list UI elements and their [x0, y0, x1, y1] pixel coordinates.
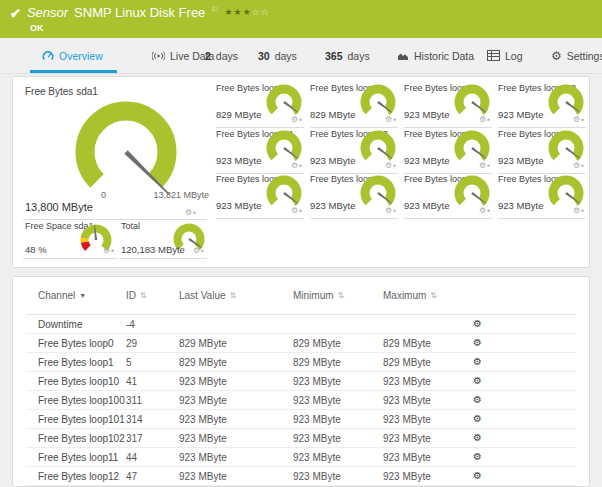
- cell-id: 41: [126, 376, 179, 387]
- tab-settings[interactable]: ⚙ Settings: [551, 38, 602, 73]
- divider: [310, 127, 398, 128]
- cell-minimum: 923 MByte: [293, 395, 383, 406]
- channel-settings-icon[interactable]: ⚙: [473, 319, 576, 329]
- cell-maximum: 829 MByte: [383, 338, 473, 349]
- tab-2-days[interactable]: 2 days: [205, 38, 238, 73]
- gauge-cell-loop102[interactable]: Free Bytes loop102 923 MByte ⚙▪: [310, 129, 398, 174]
- mini-gear-icon[interactable]: ⚙: [291, 161, 299, 170]
- gauge-cell-loop15[interactable]: Free Bytes loop15 923 MByte ⚙▪: [404, 174, 492, 219]
- gauge-quick-actions[interactable]: ⚙▪: [573, 116, 585, 124]
- tab-historic-data[interactable]: Historic Data: [397, 38, 474, 73]
- mini-gear-icon[interactable]: ⚙: [185, 208, 193, 217]
- gauge-cell-loop16[interactable]: Free Bytes loop16 923 MByte ⚙▪: [498, 174, 586, 219]
- mini-pin-icon[interactable]: ▪: [581, 206, 585, 215]
- cell-channel: Free Bytes loop1: [38, 357, 126, 368]
- column-channel-label: Channel: [38, 290, 75, 301]
- gauge-cell-loop12[interactable]: Free Bytes loop12 923 MByte ⚙▪: [498, 129, 586, 174]
- cell-channel: Downtime: [38, 319, 126, 330]
- gauge-quick-actions[interactable]: ⚙▪: [479, 207, 491, 215]
- flag-icon[interactable]: ⚐: [211, 5, 218, 14]
- gauge-cell-free-space[interactable]: Free Space sda1 48 % ⚙▪: [23, 221, 117, 261]
- gauge-cell-loop101[interactable]: Free Bytes loop101 923 MByte ⚙▪: [216, 129, 304, 174]
- gauge-value: 923 MByte: [404, 200, 449, 211]
- column-channel[interactable]: Channel▼: [38, 290, 126, 301]
- mini-pin-icon[interactable]: ▪: [111, 246, 115, 255]
- mini-gear-icon[interactable]: ⚙: [291, 115, 299, 124]
- gauge-quick-actions[interactable]: ⚙▪: [479, 116, 491, 124]
- gauge-cell-loop11[interactable]: Free Bytes loop11 923 MByte ⚙▪: [404, 129, 492, 174]
- mini-pin-icon[interactable]: ▪: [299, 115, 303, 124]
- gauge-cell-total[interactable]: Total 120,183 MByte ⚙▪: [119, 221, 207, 261]
- mini-pin-icon[interactable]: ▪: [487, 115, 491, 124]
- mini-pin-icon[interactable]: ▪: [487, 206, 491, 215]
- mini-pin-icon[interactable]: ▪: [201, 246, 205, 255]
- priority-stars[interactable]: ★★★☆☆: [225, 7, 270, 17]
- cell-channel: Free Bytes loop101: [38, 414, 126, 425]
- mini-pin-icon[interactable]: ▪: [393, 115, 397, 124]
- channel-settings-icon[interactable]: ⚙: [473, 376, 576, 386]
- tab-365-days[interactable]: 365 days: [325, 38, 370, 73]
- tab-overview-label: Overview: [59, 50, 103, 62]
- channel-settings-icon[interactable]: ⚙: [473, 452, 576, 462]
- mini-pin-icon[interactable]: ▪: [487, 161, 491, 170]
- mini-gear-icon[interactable]: ⚙: [291, 206, 299, 215]
- mini-pin-icon[interactable]: ▪: [193, 208, 197, 217]
- sensor-status-header: ✔ Sensor SNMP Linux Disk Free ⚐ ★★★☆☆ OK: [0, 0, 602, 38]
- column-maximum[interactable]: Maximum⇅: [383, 290, 473, 301]
- gauge-quick-actions[interactable]: ⚙▪: [291, 162, 303, 170]
- mini-pin-icon[interactable]: ▪: [393, 161, 397, 170]
- mini-gear-icon[interactable]: ⚙: [479, 161, 487, 170]
- gauge-cell-loop100[interactable]: Free Bytes loop100 923 MByte ⚙▪: [498, 83, 586, 128]
- tab-30-days[interactable]: 30 days: [258, 38, 297, 73]
- mini-gear-icon[interactable]: ⚙: [573, 161, 581, 170]
- mini-pin-icon[interactable]: ▪: [299, 161, 303, 170]
- column-id[interactable]: ID⇅: [126, 290, 179, 301]
- mini-pin-icon[interactable]: ▪: [393, 206, 397, 215]
- tab-overview[interactable]: Overview: [42, 38, 103, 73]
- gauge-quick-actions[interactable]: ⚙▪: [573, 207, 585, 215]
- gauge-quick-actions[interactable]: ⚙▪: [291, 116, 303, 124]
- gauge-cell-loop13[interactable]: Free Bytes loop13 923 MByte ⚙▪: [216, 174, 304, 219]
- channel-settings-icon[interactable]: ⚙: [473, 414, 576, 424]
- gauge-quick-actions[interactable]: ⚙▪: [103, 247, 115, 255]
- cell-last-value: 923 MByte: [179, 376, 293, 387]
- mini-gear-icon[interactable]: ⚙: [479, 115, 487, 124]
- mini-gear-icon[interactable]: ⚙: [573, 206, 581, 215]
- gauge-cell-loop0[interactable]: Free Bytes loop0 829 MByte ⚙▪: [216, 83, 304, 128]
- mini-gear-icon[interactable]: ⚙: [385, 115, 393, 124]
- cell-last-value: 829 MByte: [179, 338, 293, 349]
- gauge-value: 48 %: [25, 244, 47, 255]
- channel-settings-icon[interactable]: ⚙: [473, 357, 576, 367]
- sort-icon: ⇅: [140, 291, 147, 300]
- channel-settings-icon[interactable]: ⚙: [473, 395, 576, 405]
- gauge-cell-loop10[interactable]: Free Bytes loop10 923 MByte ⚙▪: [404, 83, 492, 128]
- mini-gear-icon[interactable]: ⚙: [385, 161, 393, 170]
- gauge-quick-actions[interactable]: ⚙▪: [385, 116, 397, 124]
- mini-pin-icon[interactable]: ▪: [581, 115, 585, 124]
- mini-gear-icon[interactable]: ⚙: [573, 115, 581, 124]
- divider: [216, 127, 304, 128]
- mini-gear-icon[interactable]: ⚙: [479, 206, 487, 215]
- gauge-cell-loop1[interactable]: Free Bytes loop1 829 MByte ⚙▪: [310, 83, 398, 128]
- gauge-quick-actions[interactable]: ⚙▪: [385, 207, 397, 215]
- mini-gear-icon[interactable]: ⚙: [193, 246, 201, 255]
- column-last-value[interactable]: Last Value⇅: [179, 290, 293, 301]
- tab-2-days-number: 2: [205, 50, 211, 62]
- channels-table: Channel▼ ID⇅ Last Value⇅ Minimum⇅ Maximu…: [26, 277, 576, 486]
- channel-settings-icon[interactable]: ⚙: [473, 433, 576, 443]
- gauge-quick-actions[interactable]: ⚙▪: [479, 162, 491, 170]
- mini-pin-icon[interactable]: ▪: [581, 161, 585, 170]
- gauge-quick-actions[interactable]: ⚙▪: [185, 209, 197, 217]
- mini-gear-icon[interactable]: ⚙: [385, 206, 393, 215]
- gauge-quick-actions[interactable]: ⚙▪: [291, 207, 303, 215]
- channel-settings-icon[interactable]: ⚙: [473, 338, 576, 348]
- gauge-quick-actions[interactable]: ⚙▪: [573, 162, 585, 170]
- gauge-quick-actions[interactable]: ⚙▪: [385, 162, 397, 170]
- mini-pin-icon[interactable]: ▪: [299, 206, 303, 215]
- tab-log[interactable]: Log: [487, 38, 523, 73]
- channel-settings-icon[interactable]: ⚙: [473, 471, 576, 481]
- gauge-quick-actions[interactable]: ⚙▪: [193, 247, 205, 255]
- mini-gear-icon[interactable]: ⚙: [103, 246, 111, 255]
- gauge-cell-loop14[interactable]: Free Bytes loop14 923 MByte ⚙▪: [310, 174, 398, 219]
- column-minimum[interactable]: Minimum⇅: [293, 290, 383, 301]
